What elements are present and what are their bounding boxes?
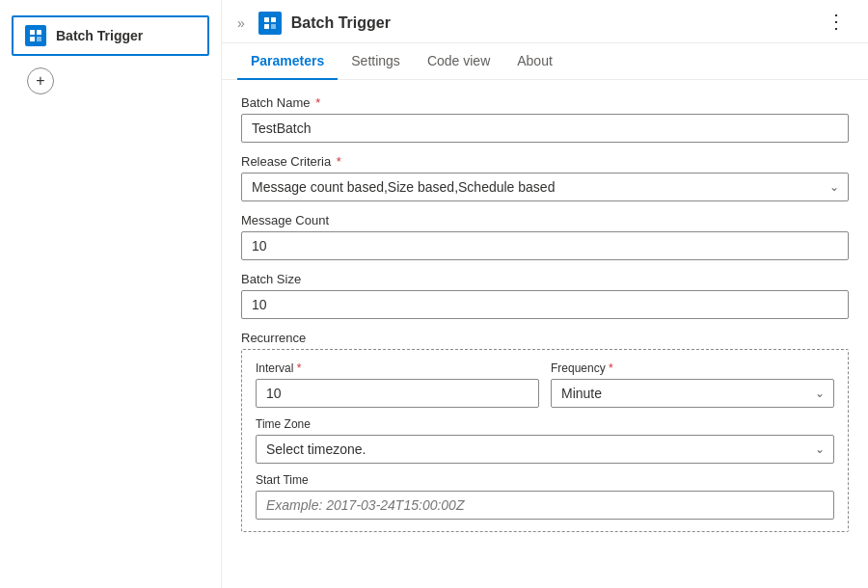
tab-settings[interactable]: Settings (338, 43, 414, 80)
add-step-button[interactable]: + (27, 67, 54, 94)
batch-size-label: Batch Size (241, 272, 849, 286)
page-title: Batch Trigger (291, 14, 853, 32)
batch-name-label: Batch Name * (241, 95, 849, 110)
sidebar-item-batch-trigger[interactable]: Batch Trigger (12, 15, 209, 56)
timezone-field: Time Zone Select timezone. ⌄ (256, 417, 834, 464)
interval-frequency-row: Interval * Frequency * Minute ⌄ (256, 361, 834, 408)
message-count-field: Message Count (241, 213, 849, 260)
sidebar-item-label: Batch Trigger (56, 28, 143, 43)
recurrence-section: Interval * Frequency * Minute ⌄ (241, 349, 849, 532)
start-time-label: Start Time (256, 473, 834, 487)
batch-size-field: Batch Size (241, 272, 849, 319)
svg-rect-0 (30, 30, 35, 35)
batch-size-input[interactable] (241, 290, 849, 319)
collapse-icon[interactable]: » (237, 15, 245, 31)
main-content: » Batch Trigger ⋮ Parameters Settings Co… (222, 0, 868, 588)
interval-col: Interval * (256, 361, 539, 408)
batch-name-input[interactable] (241, 114, 849, 143)
release-criteria-field: Release Criteria * Message count based,S… (241, 154, 849, 201)
start-time-field: Start Time (256, 473, 834, 520)
svg-rect-7 (271, 24, 276, 29)
batch-trigger-icon (25, 25, 46, 46)
tab-parameters[interactable]: Parameters (237, 43, 338, 80)
release-criteria-wrapper: Message count based,Size based,Schedule … (241, 173, 849, 201)
recurrence-section-group: Recurrence Interval * Frequency * (241, 331, 849, 532)
message-count-label: Message Count (241, 213, 849, 227)
message-count-input[interactable] (241, 231, 849, 260)
more-options-button[interactable]: ⋮ (821, 8, 853, 35)
frequency-wrapper: Minute ⌄ (551, 379, 834, 408)
header-trigger-icon (258, 12, 282, 35)
tab-code-view[interactable]: Code view (414, 43, 503, 80)
svg-rect-1 (37, 30, 41, 35)
release-criteria-select[interactable]: Message count based,Size based,Schedule … (241, 173, 849, 201)
svg-rect-3 (37, 37, 41, 41)
svg-rect-6 (264, 24, 269, 29)
interval-label: Interval * (256, 361, 539, 375)
svg-rect-4 (264, 17, 269, 22)
interval-input[interactable] (256, 379, 539, 408)
start-time-input[interactable] (256, 491, 834, 520)
timezone-wrapper: Select timezone. ⌄ (256, 435, 834, 464)
recurrence-label: Recurrence (241, 331, 849, 345)
sidebar: Batch Trigger + (0, 0, 222, 588)
svg-rect-5 (271, 17, 276, 22)
release-criteria-label: Release Criteria * (241, 154, 849, 169)
timezone-label: Time Zone (256, 417, 834, 431)
form-content: Batch Name * Release Criteria * Message … (222, 80, 868, 548)
frequency-label: Frequency * (551, 361, 834, 375)
frequency-col: Frequency * Minute ⌄ (551, 361, 834, 408)
batch-name-field: Batch Name * (241, 95, 849, 143)
svg-rect-2 (30, 37, 35, 41)
tabs-bar: Parameters Settings Code view About (222, 43, 868, 80)
frequency-select[interactable]: Minute (551, 379, 834, 408)
tab-about[interactable]: About (503, 43, 566, 80)
timezone-select[interactable]: Select timezone. (256, 435, 834, 464)
main-header: » Batch Trigger ⋮ (222, 0, 868, 43)
